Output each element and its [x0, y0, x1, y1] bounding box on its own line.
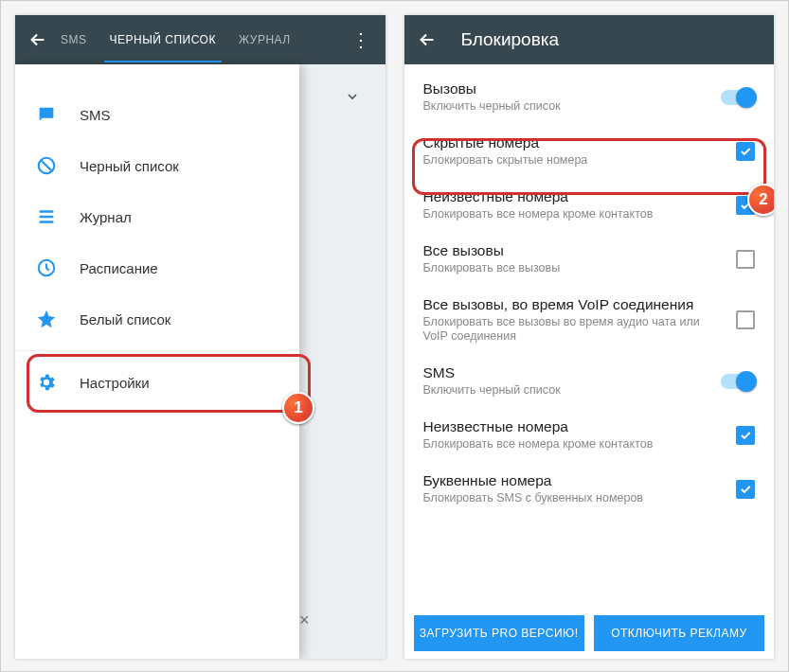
overflow-icon[interactable]: ⋮: [348, 28, 374, 51]
badge-1: 1: [282, 392, 314, 424]
checkbox-on[interactable]: [736, 142, 755, 161]
sms-icon: [36, 104, 57, 125]
row-sms[interactable]: SMSВключить черный список: [404, 354, 775, 408]
menu-label: Расписание: [80, 260, 158, 276]
row-title: Все вызовы: [423, 242, 724, 259]
left-screen: SMS ЧЕРНЫЙ СПИСОК ЖУРНАЛ ⋮ × SMS Черный …: [15, 15, 386, 659]
right-screen: Блокировка ВызовыВключить черный список …: [404, 15, 775, 659]
menu-settings[interactable]: Настройки: [15, 357, 299, 408]
row-sub: Блокировать все номера кроме контактов: [423, 437, 724, 451]
page-title: Блокировка: [461, 29, 560, 50]
row-title: Неизвестные номера: [423, 418, 724, 435]
close-icon[interactable]: ×: [299, 610, 310, 630]
back-icon[interactable]: [27, 28, 49, 51]
tab-sms[interactable]: SMS: [61, 17, 87, 62]
row-sub: Включить черный список: [423, 99, 708, 114]
gear-icon: [36, 372, 57, 393]
badge-2: 2: [747, 184, 774, 216]
menu-log[interactable]: Журнал: [15, 191, 299, 242]
switch-on[interactable]: [721, 90, 755, 105]
row-hidden[interactable]: Скрытые номераБлокировать скрытые номера: [404, 124, 775, 178]
row-sub: Включить черный список: [423, 383, 708, 398]
block-icon: [36, 155, 57, 176]
row-title: SMS: [423, 364, 708, 381]
tabs: SMS ЧЕРНЫЙ СПИСОК ЖУРНАЛ: [61, 17, 348, 62]
checkbox-on[interactable]: [736, 480, 755, 499]
row-unknown[interactable]: Неизвестные номераБлокировать все номера…: [404, 178, 775, 232]
menu-label: Настройки: [80, 375, 150, 391]
star-icon: [36, 309, 57, 329]
row-unknown-sms[interactable]: Неизвестные номераБлокировать все номера…: [404, 408, 775, 462]
appbar: SMS ЧЕРНЫЙ СПИСОК ЖУРНАЛ ⋮: [15, 15, 386, 64]
nav-drawer: SMS Черный список Журнал Расписание Белы…: [15, 64, 299, 659]
row-title: Все вызовы, во время VoIP соединения: [423, 296, 724, 313]
row-title: Неизвестные номера: [423, 188, 724, 205]
row-sub: Блокировать все вызовы во время аудио ча…: [423, 315, 724, 344]
row-sub: Блокировать SMS с буквенных номеров: [423, 491, 724, 505]
menu-whitelist[interactable]: Белый список: [15, 293, 299, 345]
tab-log[interactable]: ЖУРНАЛ: [239, 17, 291, 62]
btn-ads[interactable]: ОТКЛЮЧИТЬ РЕКЛАМУ: [594, 615, 764, 651]
row-title: Вызовы: [423, 80, 708, 97]
checkbox-off[interactable]: [736, 250, 755, 269]
row-calls[interactable]: ВызовыВключить черный список: [404, 70, 775, 124]
btn-pro[interactable]: ЗАГРУЗИТЬ PRO ВЕРСИЮ!: [414, 615, 584, 651]
row-letter-numbers[interactable]: Буквенные номераБлокировать SMS с буквен…: [404, 462, 775, 516]
tab-blacklist[interactable]: ЧЕРНЫЙ СПИСОК: [110, 17, 216, 62]
checkbox-off[interactable]: [736, 310, 755, 329]
menu-schedule[interactable]: Расписание: [15, 242, 299, 293]
back-icon[interactable]: [416, 28, 439, 51]
chevron-down-icon[interactable]: [319, 74, 386, 119]
menu-sms[interactable]: SMS: [15, 89, 299, 140]
row-sub: Блокировать все номера кроме контактов: [423, 207, 724, 221]
row-title: Скрытые номера: [423, 134, 724, 151]
menu-label: Белый список: [80, 311, 170, 327]
checkbox-on[interactable]: [736, 426, 755, 445]
appbar: Блокировка: [404, 15, 775, 64]
row-title: Буквенные номера: [423, 472, 724, 489]
menu-label: Черный список: [80, 158, 179, 174]
row-voip[interactable]: Все вызовы, во время VoIP соединенияБлок…: [404, 286, 775, 354]
row-sub: Блокировать скрытые номера: [423, 153, 724, 168]
bottom-buttons: ЗАГРУЗИТЬ PRO ВЕРСИЮ! ОТКЛЮЧИТЬ РЕКЛАМУ: [414, 615, 765, 651]
divider: [15, 350, 299, 351]
menu-label: Журнал: [80, 209, 132, 225]
switch-on[interactable]: [721, 374, 755, 389]
menu-blacklist[interactable]: Черный список: [15, 140, 299, 191]
row-all-calls[interactable]: Все вызовыБлокировать все вызовы: [404, 232, 775, 286]
row-sub: Блокировать все вызовы: [423, 261, 724, 275]
list-icon: [36, 206, 57, 227]
menu-label: SMS: [80, 107, 111, 123]
clock-icon: [36, 257, 57, 278]
settings-list: ВызовыВключить черный список Скрытые ном…: [404, 64, 775, 613]
